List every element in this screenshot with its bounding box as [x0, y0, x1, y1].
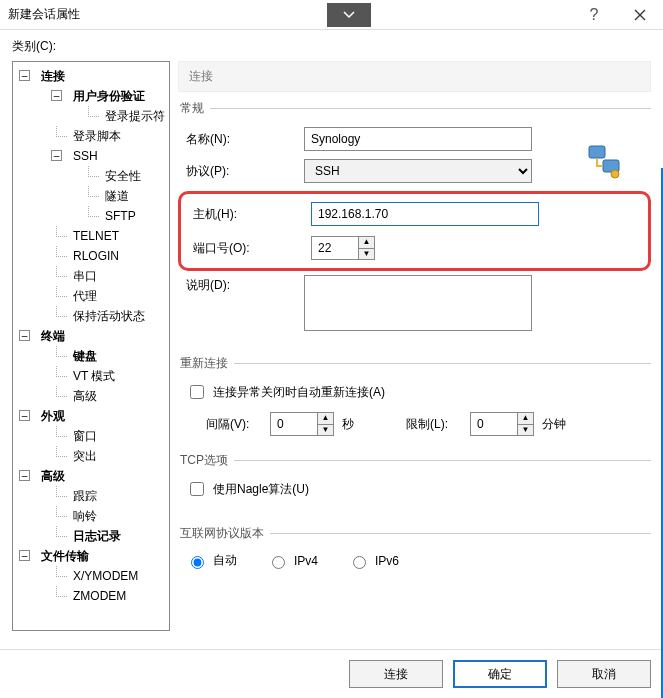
tree-item-filetransfer[interactable]: 文件传输: [39, 546, 91, 566]
name-input[interactable]: [304, 127, 532, 151]
name-label: 名称(N):: [178, 131, 304, 148]
ip-ipv4-radio[interactable]: [272, 556, 285, 569]
host-label: 主机(H):: [185, 206, 311, 223]
interval-input[interactable]: [271, 413, 317, 435]
interval-up[interactable]: ▲: [318, 413, 333, 425]
ip-ipv6-label: IPv6: [375, 554, 399, 568]
dropdown-button[interactable]: [327, 3, 371, 27]
tree-toggle[interactable]: –: [19, 70, 30, 81]
reconnect-legend: 重新连接: [178, 355, 234, 372]
nagle-check[interactable]: 使用Nagle算法(U): [178, 479, 651, 499]
tree-item-login-script[interactable]: 登录脚本: [71, 126, 123, 146]
interval-down[interactable]: ▼: [318, 425, 333, 436]
desc-textarea[interactable]: [304, 275, 532, 331]
auto-reconnect-label: 连接异常关闭时自动重新连接(A): [213, 384, 385, 401]
chevron-down-icon: [343, 9, 355, 21]
ip-ipv4-label: IPv4: [294, 554, 318, 568]
tree-item-bell[interactable]: 响铃: [71, 506, 99, 526]
tree-item-keyboard[interactable]: 键盘: [71, 346, 99, 366]
tree-item-window[interactable]: 窗口: [71, 426, 99, 446]
help-button[interactable]: ?: [571, 0, 617, 30]
nagle-checkbox[interactable]: [190, 482, 204, 496]
category-label: 类别(C):: [0, 30, 663, 61]
tree-item-sftp[interactable]: SFTP: [103, 206, 138, 226]
tree-item-logging[interactable]: 日志记录: [71, 526, 123, 546]
port-up[interactable]: ▲: [359, 237, 374, 249]
tree-item-advanced[interactable]: 高级: [39, 466, 67, 486]
tree-item-serial[interactable]: 串口: [71, 266, 99, 286]
pane-title: 连接: [178, 61, 651, 92]
tree-item-tunnel[interactable]: 隧道: [103, 186, 131, 206]
tree-item-keepalive[interactable]: 保持活动状态: [71, 306, 147, 326]
ip-auto-label: 自动: [213, 552, 237, 569]
tree-item-telnet[interactable]: TELNET: [71, 226, 121, 246]
tree-toggle[interactable]: –: [19, 410, 30, 421]
sec-label: 秒: [342, 416, 354, 433]
min-label: 分钟: [542, 416, 566, 433]
tree-toggle[interactable]: –: [51, 150, 62, 161]
tree-item-proxy[interactable]: 代理: [71, 286, 99, 306]
ip-ipv4[interactable]: IPv4: [267, 553, 318, 569]
general-legend: 常规: [178, 100, 210, 117]
close-button[interactable]: [617, 0, 663, 30]
help-icon: ?: [590, 6, 599, 24]
limit-input[interactable]: [471, 413, 517, 435]
interval-spinner[interactable]: ▲▼: [270, 412, 334, 436]
tree-toggle[interactable]: –: [51, 90, 62, 101]
desc-label: 说明(D):: [178, 275, 304, 294]
limit-down[interactable]: ▼: [518, 425, 533, 436]
limit-spinner[interactable]: ▲▼: [470, 412, 534, 436]
tree-item-security[interactable]: 安全性: [103, 166, 143, 186]
close-icon: [633, 8, 647, 22]
port-spinner[interactable]: ▲ ▼: [311, 236, 375, 260]
nagle-label: 使用Nagle算法(U): [213, 481, 309, 498]
tree-item-ssh[interactable]: SSH: [71, 146, 100, 166]
tree-toggle[interactable]: –: [19, 550, 30, 561]
tree-item-trace[interactable]: 跟踪: [71, 486, 99, 506]
connect-button[interactable]: 连接: [349, 660, 443, 688]
ip-ipv6[interactable]: IPv6: [348, 553, 399, 569]
tree-item-login-prompt[interactable]: 登录提示符: [103, 106, 167, 126]
tree-item-zmodem[interactable]: ZMODEM: [71, 586, 128, 606]
cancel-button[interactable]: 取消: [557, 660, 651, 688]
protocol-select[interactable]: SSH: [304, 159, 532, 183]
tcp-legend: TCP选项: [178, 452, 234, 469]
network-icon: [585, 142, 623, 180]
tree-item-appearance[interactable]: 外观: [39, 406, 67, 426]
port-input[interactable]: [312, 237, 358, 259]
tree-toggle[interactable]: –: [19, 470, 30, 481]
svg-rect-0: [589, 146, 605, 158]
port-label: 端口号(O):: [185, 240, 311, 257]
ipver-legend: 互联网协议版本: [178, 525, 270, 542]
host-input[interactable]: [311, 202, 539, 226]
limit-label: 限制(L):: [406, 416, 462, 433]
auto-reconnect-checkbox[interactable]: [190, 385, 204, 399]
tree-item-highlight[interactable]: 突出: [71, 446, 99, 466]
tree-item-connection[interactable]: 连接: [39, 66, 67, 86]
ip-ipv6-radio[interactable]: [353, 556, 366, 569]
ip-auto-radio[interactable]: [191, 556, 204, 569]
highlighted-area: 主机(H): 端口号(O): ▲ ▼: [178, 191, 651, 271]
tree-item-rlogin[interactable]: RLOGIN: [71, 246, 121, 266]
interval-label: 间隔(V):: [206, 416, 262, 433]
window-title: 新建会话属性: [8, 6, 80, 23]
tree-item-auth[interactable]: 用户身份验证: [71, 86, 147, 106]
protocol-label: 协议(P):: [178, 163, 304, 180]
tree-item-advanced-terminal[interactable]: 高级: [71, 386, 99, 406]
tree-item-xymodem[interactable]: X/YMODEM: [71, 566, 140, 586]
tree-item-terminal[interactable]: 终端: [39, 326, 67, 346]
category-tree[interactable]: – 连接 – 用户身份验证 登录提示符 登录脚本 – SSH: [12, 61, 170, 631]
tree-toggle[interactable]: –: [19, 330, 30, 341]
ip-auto[interactable]: 自动: [186, 552, 237, 569]
auto-reconnect-check[interactable]: 连接异常关闭时自动重新连接(A): [178, 382, 651, 402]
tree-item-vtmode[interactable]: VT 模式: [71, 366, 117, 386]
port-down[interactable]: ▼: [359, 249, 374, 260]
limit-up[interactable]: ▲: [518, 413, 533, 425]
ok-button[interactable]: 确定: [453, 660, 547, 688]
svg-point-2: [611, 170, 619, 178]
